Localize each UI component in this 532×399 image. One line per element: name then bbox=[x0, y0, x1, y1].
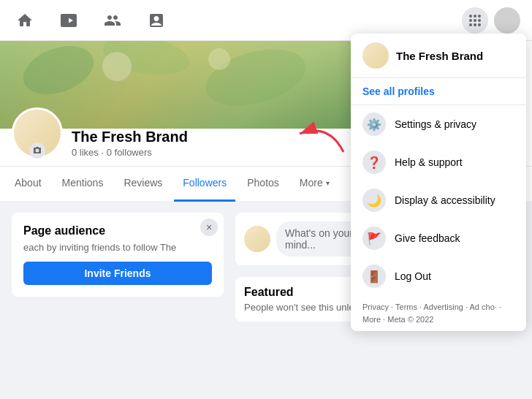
help-label: Help & support bbox=[395, 156, 463, 168]
nav-left bbox=[12, 7, 170, 34]
invite-friends-button[interactable]: Invite Friends bbox=[23, 262, 212, 285]
user-avatar-button[interactable] bbox=[494, 7, 520, 34]
audience-card: × Page audience each by inviting friends… bbox=[12, 213, 224, 297]
logout-icon: 🚪 bbox=[362, 265, 386, 288]
menu-item-feedback[interactable]: 🚩 Give feedback bbox=[351, 219, 526, 257]
profile-stats: 0 likes · 0 followers bbox=[72, 147, 152, 158]
tab-reviews[interactable]: Reviews bbox=[115, 167, 171, 202]
left-panel: × Page audience each by inviting friends… bbox=[12, 213, 224, 381]
tab-followers[interactable]: Followers bbox=[174, 167, 235, 202]
settings-icon: ⚙️ bbox=[362, 113, 386, 136]
display-label: Display & accessibility bbox=[395, 194, 495, 206]
pages-icon[interactable] bbox=[143, 7, 170, 34]
post-avatar bbox=[244, 226, 270, 252]
logout-label: Log Out bbox=[395, 270, 431, 282]
svg-point-3 bbox=[469, 19, 472, 22]
groups-icon[interactable] bbox=[99, 7, 126, 34]
display-icon: 🌙 bbox=[362, 189, 386, 212]
see-all-profiles-link[interactable]: See all profiles bbox=[351, 78, 526, 105]
dropdown-profile-name: The Fresh Brand bbox=[396, 50, 483, 62]
dropdown-footer: Privacy · Terms · Advertising · Ad cho· … bbox=[351, 295, 526, 331]
profile-name: The Fresh Brand bbox=[72, 129, 188, 145]
svg-point-5 bbox=[478, 19, 481, 22]
svg-point-9 bbox=[17, 41, 100, 103]
settings-label: Settings & privacy bbox=[395, 118, 476, 130]
dropdown-header: The Fresh Brand bbox=[351, 34, 526, 78]
home-icon[interactable] bbox=[12, 7, 38, 34]
menu-item-settings[interactable]: ⚙️ Settings & privacy bbox=[351, 105, 526, 143]
svg-point-6 bbox=[469, 23, 472, 26]
svg-point-0 bbox=[469, 15, 472, 18]
svg-point-13 bbox=[208, 48, 230, 70]
svg-point-2 bbox=[478, 15, 481, 18]
dropdown-menu: The Fresh Brand See all profiles ⚙️ Sett… bbox=[351, 34, 526, 331]
nav-right bbox=[462, 7, 520, 34]
svg-point-1 bbox=[474, 15, 476, 18]
tab-about[interactable]: About bbox=[6, 167, 50, 202]
profile-avatar-wrap bbox=[12, 107, 63, 159]
profile-text: The Fresh Brand 0 likes · 0 followers bbox=[72, 129, 188, 159]
tab-more[interactable]: More ▾ bbox=[291, 167, 338, 202]
svg-point-4 bbox=[474, 19, 476, 22]
video-icon[interactable] bbox=[56, 7, 82, 34]
svg-point-7 bbox=[474, 23, 476, 26]
svg-point-8 bbox=[478, 23, 481, 26]
menu-item-help[interactable]: ❓ Help & support bbox=[351, 143, 526, 181]
close-button[interactable]: × bbox=[200, 218, 218, 236]
feedback-icon: 🚩 bbox=[362, 227, 386, 250]
menu-item-display[interactable]: 🌙 Display & accessibility bbox=[351, 181, 526, 219]
tab-photos[interactable]: Photos bbox=[238, 167, 288, 202]
menu-item-logout[interactable]: 🚪 Log Out bbox=[351, 257, 526, 295]
tab-mentions[interactable]: Mentions bbox=[53, 167, 113, 202]
chevron-down-icon: ▾ bbox=[326, 179, 330, 187]
feedback-label: Give feedback bbox=[395, 232, 460, 244]
audience-card-description: each by inviting friends to follow The bbox=[23, 242, 212, 253]
svg-point-12 bbox=[102, 52, 132, 81]
camera-button[interactable] bbox=[29, 142, 45, 159]
audience-card-title: Page audience bbox=[23, 224, 212, 238]
help-icon: ❓ bbox=[362, 151, 386, 174]
dropdown-avatar bbox=[362, 42, 389, 69]
grid-menu-button[interactable] bbox=[462, 7, 488, 34]
